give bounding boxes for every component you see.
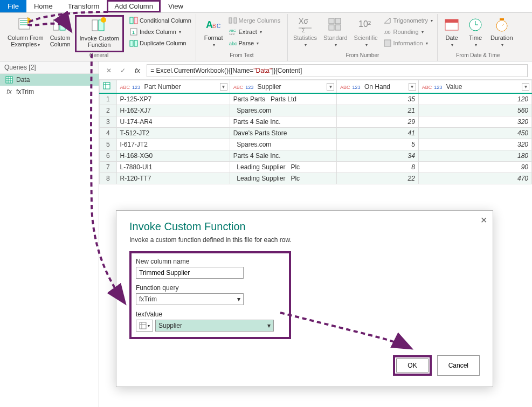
cell-on-hand[interactable]: 41 [337,128,419,139]
query-item-label: fxTrim [16,88,34,95]
filter-dropdown-icon[interactable]: ▾ [220,83,227,91]
function-query-label: Function query [136,284,285,292]
grid-corner[interactable] [100,80,117,94]
merge-columns-button[interactable]: Merge Columns [227,15,282,26]
cell-value[interactable]: 560 [418,105,531,116]
table-row[interactable]: 5I-617-JT2 Spares.com5320 [100,139,532,150]
cell-value[interactable]: 120 [418,93,531,105]
cell-value[interactable]: 320 [418,139,531,150]
format-button[interactable]: ABC Format▾ [202,15,225,52]
parse-icon: abc [229,39,237,47]
index-column-button[interactable]: 1 Index Column▾ [128,26,192,37]
scientific-label: Scientific [354,35,378,41]
column-type-icon: ABC123 [120,85,141,90]
duration-button[interactable]: Duration▾ [488,15,515,52]
cell-part-number[interactable]: R-120-TT7 [116,173,230,184]
query-item-data[interactable]: Data [0,74,99,86]
cell-on-hand[interactable]: 21 [337,105,419,116]
cell-part-number[interactable]: U-174-AR4 [116,116,230,128]
text-value-label: textValue [136,311,285,318]
standard-button[interactable]: Standard▾ [321,15,350,52]
column-header-supplier[interactable]: ABC123 Supplier ▾ [230,80,336,94]
cell-on-hand[interactable]: 8 [337,162,419,173]
cell-supplier[interactable]: Leading Supplier Plc [230,162,336,173]
information-icon [383,39,392,47]
cell-supplier[interactable]: Parts 4 Sale Inc. [230,116,336,128]
scientific-button[interactable]: 10² Scientific▾ [352,15,380,52]
menu-file[interactable]: File [0,0,26,12]
rounding-button[interactable]: .00 Rounding▾ [382,26,434,37]
table-row[interactable]: 8R-120-TT7 Leading Supplier Plc22470 [100,173,532,184]
column-header-on-hand[interactable]: ABC123 On Hand ▾ [337,80,419,94]
cell-value[interactable]: 180 [418,150,531,162]
cell-supplier[interactable]: Spares.com [230,105,336,116]
custom-column-button[interactable]: Custom Column [48,15,73,52]
svg-text:1: 1 [132,30,135,35]
table-row[interactable]: 3U-174-AR4Parts 4 Sale Inc.29320 [100,116,532,128]
column-header-part-number[interactable]: ABC123 Part Number ▾ [116,80,230,94]
parse-label: Parse [239,40,254,46]
menu-view[interactable]: View [161,0,191,12]
cell-part-number[interactable]: L-7880-UI1 [116,162,230,173]
cell-on-hand[interactable]: 34 [337,150,419,162]
svg-text:abc: abc [229,41,237,46]
duplicate-column-button[interactable]: Duplicate Column [128,38,192,49]
table-row[interactable]: 1P-125-XP7Parts Parts Parts Ltd35120 [100,93,532,105]
filter-dropdown-icon[interactable]: ▾ [522,83,529,91]
formula-text: ]}[Content] [272,67,302,74]
cell-on-hand[interactable]: 29 [337,116,419,128]
filter-dropdown-icon[interactable]: ▾ [327,83,334,91]
new-column-name-input[interactable] [136,267,244,279]
information-button[interactable]: Information▾ [382,38,434,49]
date-button[interactable]: Date▾ [441,15,462,52]
time-button[interactable]: Time▾ [465,15,486,52]
svg-text:Σ: Σ [302,27,305,33]
invoke-custom-function-button[interactable]: Invoke Custom Function [75,15,124,52]
cancel-button[interactable]: Cancel [437,355,480,376]
table-row[interactable]: 7L-7880-UI1 Leading Supplier Plc890 [100,162,532,173]
table-row[interactable]: 6H-168-XG0Parts 4 Sale Inc.34180 [100,150,532,162]
column-from-examples-button[interactable]: Column From Examples▾ [5,15,46,52]
cell-on-hand[interactable]: 5 [337,139,419,150]
trigonometry-button[interactable]: Trigonometry▾ [382,15,434,26]
menu-transform[interactable]: Transform [60,0,107,12]
svg-rect-8 [134,17,137,24]
cell-part-number[interactable]: P-125-XP7 [116,93,230,105]
menu-add-column[interactable]: Add Column [107,0,161,12]
query-item-fxtrim[interactable]: fx fxTrim [0,86,99,98]
duration-icon [493,16,510,33]
cell-part-number[interactable]: I-617-JT2 [116,139,230,150]
cell-value[interactable]: 450 [418,128,531,139]
statistics-button[interactable]: XσΣ Statistics▾ [291,15,319,52]
cell-part-number[interactable]: H-168-XG0 [116,150,230,162]
cell-on-hand[interactable]: 35 [337,93,419,105]
formula-input[interactable]: = Excel.CurrentWorkbook(){[Name="Data"]}… [147,64,528,77]
filter-dropdown-icon[interactable]: ▾ [409,83,416,91]
cell-value[interactable]: 470 [418,173,531,184]
cell-part-number[interactable]: H-162-XJ7 [116,105,230,116]
table-row[interactable]: 4T-512-JT2Dave's Parts Store41450 [100,128,532,139]
text-value-type-select[interactable]: ▾ [136,320,153,332]
parse-button[interactable]: abc Parse▾ [227,38,282,49]
cell-value[interactable]: 320 [418,116,531,128]
table-row[interactable]: 2H-162-XJ7 Spares.com21560 [100,105,532,116]
text-value-column-select[interactable]: Supplier ▾ [155,320,274,332]
formula-cancel-button[interactable]: ✕ [103,65,114,76]
ok-button[interactable]: OK [396,358,428,372]
cell-supplier[interactable]: Parts Parts Parts Ltd [230,93,336,105]
cell-on-hand[interactable]: 22 [337,173,419,184]
cell-supplier[interactable]: Parts 4 Sale Inc. [230,150,336,162]
dialog-close-button[interactable]: ✕ [480,215,487,225]
formula-commit-button[interactable]: ✓ [118,65,128,76]
extract-button[interactable]: ABC123 Extract▾ [227,26,282,37]
cell-supplier[interactable]: Dave's Parts Store [230,128,336,139]
cell-supplier[interactable]: Leading Supplier Plc [230,173,336,184]
duplicate-column-label: Duplicate Column [140,40,186,46]
function-query-select[interactable]: fxTrim ▾ [136,293,244,305]
menu-home[interactable]: Home [26,0,60,12]
cell-value[interactable]: 90 [418,162,531,173]
cell-supplier[interactable]: Spares.com [230,139,336,150]
column-header-value[interactable]: ABC123 Value ▾ [418,80,531,94]
conditional-column-button[interactable]: Conditional Column [128,15,192,26]
cell-part-number[interactable]: T-512-JT2 [116,128,230,139]
